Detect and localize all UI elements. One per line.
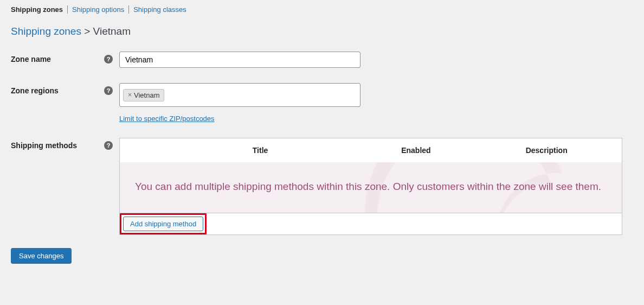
shipping-methods-label: Shipping methods <box>11 141 77 150</box>
zone-regions-input[interactable]: ×Vietnam <box>119 83 360 107</box>
region-tag-label: Vietnam <box>134 91 159 99</box>
shipping-subtabs: Shipping zones Shipping options Shipping… <box>0 0 644 18</box>
shipping-methods-table: Title Enabled Description You can add mu… <box>119 138 622 235</box>
zone-name-input[interactable] <box>119 52 360 68</box>
tab-shipping-classes[interactable]: Shipping classes <box>129 5 191 14</box>
empty-methods-message: You can add multiple shipping methods wi… <box>120 162 622 213</box>
tutorial-highlight: Add shipping method <box>120 213 207 234</box>
th-title: Title <box>160 138 361 163</box>
zone-name-label: Zone name <box>11 55 51 63</box>
region-tag[interactable]: ×Vietnam <box>123 89 164 101</box>
breadcrumb: Shipping zones > Vietnam <box>0 18 644 47</box>
th-description: Description <box>471 138 622 163</box>
th-enabled: Enabled <box>360 138 471 163</box>
breadcrumb-root-link[interactable]: Shipping zones <box>11 26 81 37</box>
save-changes-button[interactable]: Save changes <box>11 248 72 264</box>
help-icon[interactable]: ? <box>104 55 113 63</box>
breadcrumb-current: Vietnam <box>93 26 131 37</box>
add-shipping-method-button[interactable]: Add shipping method <box>123 217 203 231</box>
help-icon[interactable]: ? <box>104 141 113 150</box>
help-icon[interactable]: ? <box>104 86 113 95</box>
tab-shipping-zones[interactable]: Shipping zones <box>11 5 68 14</box>
remove-tag-icon[interactable]: × <box>128 91 132 99</box>
tab-shipping-options[interactable]: Shipping options <box>68 5 129 14</box>
breadcrumb-separator: > <box>84 26 90 37</box>
zone-regions-label: Zone regions <box>11 86 59 95</box>
limit-zip-link[interactable]: Limit to specific ZIP/postcodes <box>119 115 215 123</box>
